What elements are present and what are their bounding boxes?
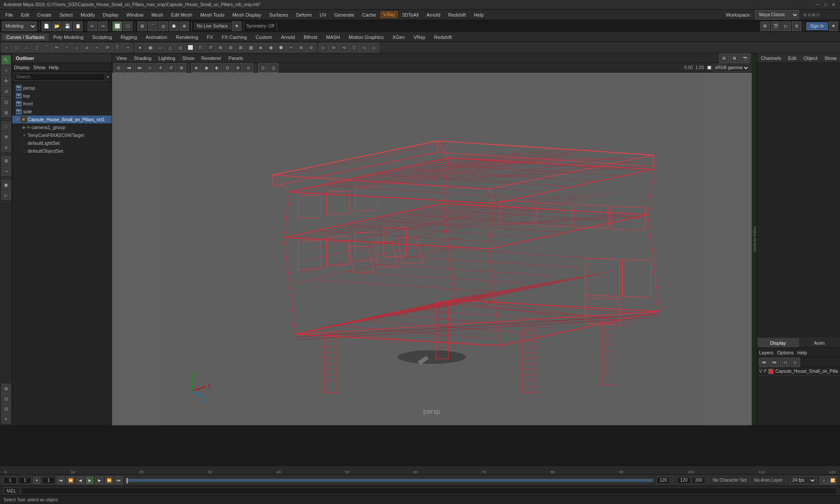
outliner-menu-display[interactable]: Display [14, 65, 30, 70]
tab-xgen[interactable]: XGen [388, 34, 409, 41]
vp-camera-btn[interactable]: 📷 [740, 53, 750, 63]
measure-dist[interactable]: ⊸ [1, 166, 11, 176]
tree-item-default-obj[interactable]: ◌ defaultObjectSet [12, 147, 112, 155]
tab-sculpting[interactable]: Sculpting [88, 34, 116, 41]
menu-redshift[interactable]: Redshift [445, 11, 469, 18]
square-tool[interactable]: □ [12, 43, 21, 52]
tab-motion-graphics[interactable]: Motion Graphics [344, 34, 388, 41]
vp-tb-isolate[interactable]: ⊙ [244, 63, 253, 73]
outliner-search-input[interactable] [14, 73, 105, 81]
tab-rendering[interactable]: Rendering [172, 34, 203, 41]
layer-tool3[interactable]: ◁ [780, 357, 790, 367]
planar-tool[interactable]: ▦ [246, 43, 256, 52]
vp-tb-scale[interactable]: ⊞ [177, 63, 186, 73]
tree-item-top[interactable]: 📷 top [12, 92, 112, 100]
tab-custom[interactable]: Custom [251, 34, 276, 41]
lasso-tool[interactable]: ⊹ [1, 66, 11, 75]
search-dropdown-btn[interactable]: ▼ [106, 75, 110, 79]
tree-item-side[interactable]: 📷 side [12, 108, 112, 116]
layout-icon2[interactable]: ⊟ [808, 13, 811, 17]
fps-dropdown[interactable]: 24 fps [790, 476, 816, 484]
tab-vray[interactable]: VRay [409, 34, 430, 41]
frame-start-input[interactable]: 1 [4, 477, 17, 484]
layer-tool1[interactable]: ⏮ [759, 357, 769, 367]
tree-item-tempcam[interactable]: ✕ TempCamF8XASC046Target [12, 131, 112, 139]
snap-tool[interactable]: ⊠ [1, 156, 11, 165]
vp-tb-wire[interactable]: ⊡ [223, 63, 232, 73]
layer-row-capsule[interactable]: V P Capsule_House_Small_on_Pilla [757, 367, 840, 376]
boundary-tool[interactable]: ⊠ [236, 43, 245, 52]
tab-animation[interactable]: Animation [141, 34, 172, 41]
goto-start-btn[interactable]: ⏮ [57, 476, 65, 484]
menu-mesh[interactable]: Mesh [148, 11, 167, 18]
select-mode-btn[interactable]: ⬜ [112, 21, 122, 31]
revolve-tool[interactable]: ↺ [206, 43, 215, 52]
snap-surface-btn[interactable]: ⬣ [169, 21, 178, 31]
menu-create[interactable]: Create [34, 11, 55, 18]
options-menu[interactable]: Options [777, 350, 794, 355]
new-scene-btn[interactable]: 📄 [42, 21, 51, 31]
viewport-menu-view[interactable]: View [114, 55, 130, 62]
more-tools6[interactable]: ◇ [369, 43, 379, 52]
ep-curve-tool[interactable]: ⌒ [42, 43, 52, 52]
tab-arnold[interactable]: Arnold [276, 34, 299, 41]
select-tool[interactable]: ↖ [1, 55, 11, 65]
menu-3dtoall[interactable]: 3DToAll [399, 11, 422, 18]
move-tool[interactable]: ✛ [1, 76, 11, 86]
audio-btn[interactable]: ♪ [820, 476, 828, 484]
render-settings-btn[interactable]: ⚙ [760, 21, 770, 31]
viewport-menu-renderer[interactable]: Renderer [199, 55, 224, 62]
menu-edit-mesh[interactable]: Edit Mesh [168, 11, 196, 18]
rotate-tool[interactable]: ↺ [1, 87, 11, 96]
close-button[interactable]: ✕ [830, 2, 836, 8]
prev-key-btn[interactable]: ⏪ [66, 476, 74, 484]
subdiv-tool[interactable]: ◉ [266, 43, 276, 52]
measure-tool[interactable]: ⊸ [122, 43, 132, 52]
grid-tool[interactable]: ⊡ [1, 394, 11, 403]
anim-end-input[interactable]: 200 [692, 477, 705, 484]
snap-point-btn[interactable]: ◎ [158, 21, 168, 31]
vp-tb-prev-frame[interactable]: ⏮ [124, 63, 134, 73]
minimize-button[interactable]: ─ [815, 2, 821, 8]
lasso-mode-btn[interactable]: ⬡ [123, 21, 133, 31]
menu-file[interactable]: File [2, 11, 17, 18]
no-character-set[interactable]: No Character Set [713, 478, 746, 483]
bezier-tool[interactable]: ⌀ [82, 43, 92, 52]
curve-tool[interactable]: ∫ [32, 43, 42, 52]
range-thumb[interactable] [126, 478, 128, 483]
cv-curve-tool[interactable]: ⌁ [92, 43, 102, 52]
save-as-btn[interactable]: 📋 [73, 21, 83, 31]
3pt-arc-tool[interactable]: ⌔ [62, 43, 72, 52]
vp-tb-render[interactable]: ◈ [191, 63, 201, 73]
tab-mash[interactable]: MASH [322, 34, 344, 41]
vp-tb-play[interactable]: ▷ [145, 63, 155, 73]
live-surface-opts[interactable]: ▼ [232, 21, 242, 31]
menu-select[interactable]: Select [56, 11, 77, 18]
vp-tb-cam2[interactable]: ◶ [269, 63, 278, 73]
vp-tb-next-frame[interactable]: ⏭ [135, 63, 144, 73]
tab-bifrost[interactable]: Bifrost [299, 34, 322, 41]
tab-rigging[interactable]: Rigging [116, 34, 141, 41]
viewport-menu-panels[interactable]: Panels [226, 55, 246, 62]
torus-tool[interactable]: ◎ [175, 43, 185, 52]
vp-iso-btn[interactable]: ⊠ [730, 53, 739, 63]
cylinder-tool[interactable]: ⬭ [155, 43, 165, 52]
more-tools3[interactable]: ⊲ [339, 43, 349, 52]
viewport-menu-show[interactable]: Show [180, 55, 197, 62]
sign-in-button[interactable]: Sign In [806, 22, 828, 30]
prev-frame-btn[interactable]: ◀ [76, 476, 84, 484]
vp-tb-cam[interactable]: ◷ [258, 63, 268, 73]
menu-mesh-tools[interactable]: Mesh Tools [197, 11, 228, 18]
soft-select-tool[interactable]: ◌ [1, 121, 11, 131]
plane-tool[interactable]: ⬜ [186, 43, 195, 52]
menu-display[interactable]: Display [99, 11, 122, 18]
goto-end-btn[interactable]: ⏭ [115, 476, 122, 484]
display-tab[interactable]: Display [757, 338, 799, 347]
menu-generate[interactable]: Generate [331, 11, 358, 18]
menu-cache[interactable]: Cache [359, 11, 380, 18]
vp-tb-1[interactable]: ⊡ [114, 63, 123, 73]
menu-modify[interactable]: Modify [77, 11, 98, 18]
quick-render[interactable]: ▷ [1, 190, 11, 200]
timeline-range-bar[interactable] [126, 479, 653, 482]
menu-deform[interactable]: Deform [293, 11, 315, 18]
